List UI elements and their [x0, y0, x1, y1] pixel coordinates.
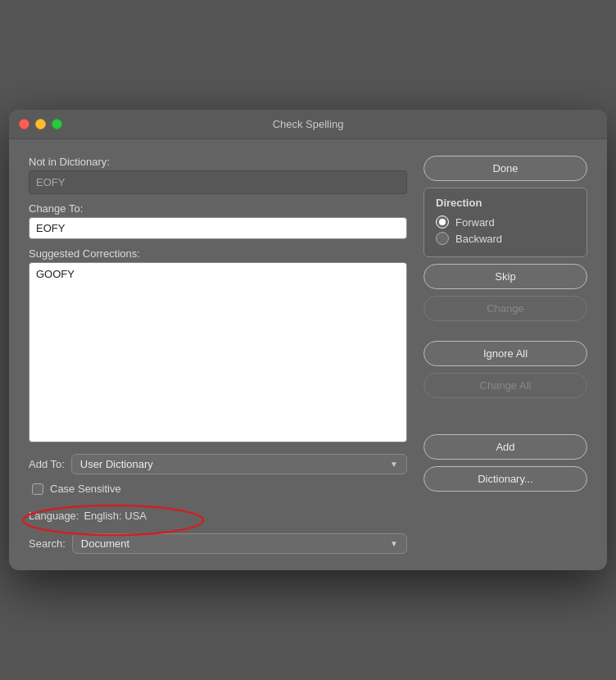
search-selected: Document — [81, 537, 129, 550]
title-bar: Check Spelling — [9, 110, 607, 139]
backward-label: Backward — [455, 233, 502, 245]
change-all-button[interactable]: Change All — [424, 373, 587, 398]
case-sensitive-checkbox[interactable] — [32, 483, 43, 495]
close-button[interactable] — [19, 119, 29, 129]
search-row: Search: Document ▼ — [29, 533, 407, 554]
language-value: English: USA — [84, 510, 147, 522]
maximize-button[interactable] — [52, 119, 62, 129]
left-panel: Not in Dictionary: EOFY Change To: Sugge… — [29, 156, 407, 554]
not-in-dictionary-value: EOFY — [29, 170, 407, 194]
check-spelling-window: Check Spelling Not in Dictionary: EOFY C… — [9, 110, 607, 570]
add-to-label: Add To: — [29, 458, 65, 470]
window-title: Check Spelling — [273, 118, 344, 130]
dictionary-button[interactable]: Dictionary... — [424, 466, 587, 492]
not-in-dictionary-label: Not in Dictionary: — [29, 156, 407, 168]
search-label: Search: — [29, 537, 66, 550]
not-in-dictionary-section: Not in Dictionary: EOFY — [29, 156, 407, 194]
change-button[interactable]: Change — [424, 296, 587, 321]
add-to-dropdown-arrow: ▼ — [390, 460, 398, 469]
done-button[interactable]: Done — [424, 156, 587, 181]
add-button[interactable]: Add — [424, 434, 587, 460]
main-content: Not in Dictionary: EOFY Change To: Sugge… — [9, 139, 607, 570]
search-dropdown[interactable]: Document ▼ — [72, 533, 407, 554]
backward-radio-row: Backward — [436, 232, 575, 245]
search-dropdown-arrow: ▼ — [390, 539, 398, 548]
correction-item[interactable]: GOOFY — [36, 266, 400, 282]
corrections-list[interactable]: GOOFY — [29, 262, 407, 442]
backward-radio[interactable] — [436, 232, 449, 245]
add-to-selected: User Dictionary — [80, 458, 153, 470]
forward-radio-row: Forward — [436, 215, 575, 229]
direction-title: Direction — [436, 197, 575, 209]
change-to-label: Change To: — [29, 202, 407, 215]
corrections-label: Suggested Corrections: — [29, 247, 407, 260]
forward-radio[interactable] — [436, 215, 449, 229]
forward-label: Forward — [455, 216, 495, 229]
language-label: Language: — [29, 510, 79, 522]
change-to-input[interactable] — [29, 217, 407, 239]
case-sensitive-row: Case Sensitive — [29, 483, 407, 495]
change-to-section: Change To: — [29, 202, 407, 239]
direction-box: Direction Forward Backward — [424, 188, 587, 257]
corrections-section: Suggested Corrections: GOOFY — [29, 247, 407, 442]
traffic-lights — [19, 119, 62, 129]
ignore-all-button[interactable]: Ignore All — [424, 341, 587, 366]
language-row: Language: English: USA — [29, 503, 407, 525]
case-sensitive-label: Case Sensitive — [50, 483, 121, 495]
skip-button[interactable]: Skip — [424, 264, 587, 289]
add-to-dropdown[interactable]: User Dictionary ▼ — [71, 454, 407, 474]
right-panel: Done Direction Forward Backward Skip Cha… — [424, 156, 587, 554]
add-to-row: Add To: User Dictionary ▼ — [29, 454, 407, 474]
minimize-button[interactable] — [35, 119, 46, 129]
